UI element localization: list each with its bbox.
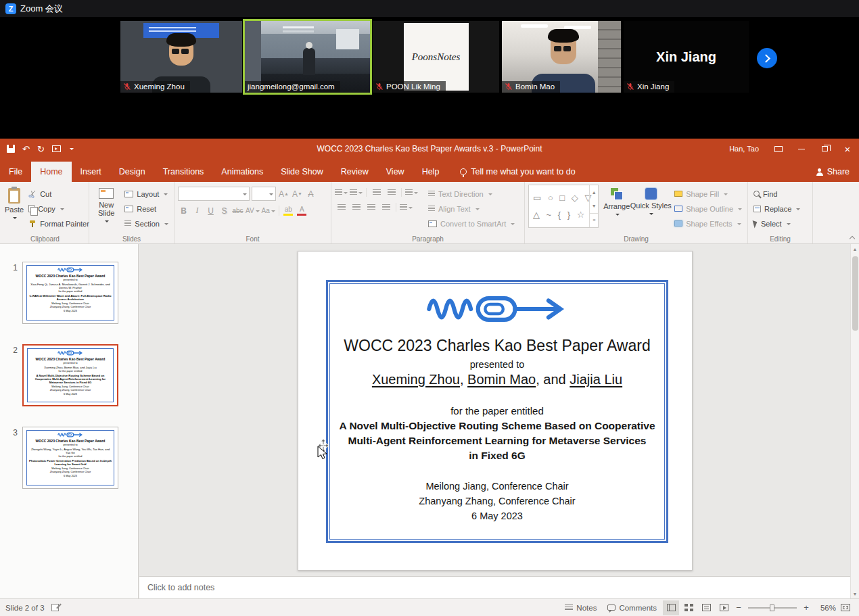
tell-me-box[interactable]: Tell me what you want to do xyxy=(460,162,575,182)
zoom-in-button[interactable]: + xyxy=(801,602,812,613)
award-date[interactable]: 6 May 2023 xyxy=(471,509,523,524)
qat-customize-icon[interactable] xyxy=(70,148,74,152)
shape-effects-button[interactable]: Shape Effects xyxy=(672,216,744,231)
scroll-up-icon[interactable]: ▲ xyxy=(853,244,858,254)
tab-design[interactable]: Design xyxy=(110,162,154,182)
conference-chair-2[interactable]: Zhanyang Zhang, Conference Chair xyxy=(419,494,575,509)
zoom-percentage[interactable]: 56% xyxy=(813,604,836,612)
tab-view[interactable]: View xyxy=(377,162,413,182)
copy-button[interactable]: Copy xyxy=(26,202,91,216)
slide-thumbnail-3[interactable]: 3 WOCC 2023 Charles Kao Best Paper Award… xyxy=(7,427,138,489)
columns-button[interactable] xyxy=(400,202,413,213)
tab-home[interactable]: Home xyxy=(31,162,71,182)
participant-tile-bomin-mao[interactable]: Bomin Mao xyxy=(502,21,621,93)
collapse-ribbon-button[interactable] xyxy=(850,235,855,241)
select-button[interactable]: Select xyxy=(751,216,802,231)
gallery-more-icon[interactable]: ≡ xyxy=(590,213,598,227)
save-icon[interactable] xyxy=(7,145,15,153)
conference-chair-1[interactable]: Meilong Jiang, Conference Chair xyxy=(425,479,568,494)
slide-sorter-view-button[interactable] xyxy=(680,600,697,615)
presented-to-text[interactable]: presented to xyxy=(470,359,525,370)
tab-transitions[interactable]: Transitions xyxy=(154,162,213,182)
character-spacing-button[interactable]: AV xyxy=(246,204,260,217)
justify-button[interactable] xyxy=(379,202,392,213)
new-slide-button[interactable]: New Slide xyxy=(93,185,120,234)
paste-button[interactable]: Paste xyxy=(5,185,24,234)
participant-tile-xin-jiang[interactable]: Xin Jiang Xin Jiang xyxy=(624,21,749,93)
change-case-button[interactable]: Aa xyxy=(262,204,275,217)
italic-button[interactable]: I xyxy=(191,204,203,217)
font-color-button[interactable]: A xyxy=(296,204,308,217)
shrink-font-button[interactable]: A▼ xyxy=(292,187,303,200)
vertical-scrollbar[interactable]: ▲ ▼ xyxy=(850,244,859,598)
participant-tile-xueming-zhou[interactable]: Xueming Zhou xyxy=(120,21,242,93)
strikethrough-button[interactable]: abc xyxy=(232,204,243,217)
section-button[interactable]: Section xyxy=(122,216,170,231)
reading-view-button[interactable] xyxy=(698,600,714,615)
slide-thumbnail-card[interactable]: WOCC 2023 Charles Kao Best Paper Award p… xyxy=(22,344,118,406)
slide-authors[interactable]: Xueming Zhou, Bomin Mao, and Jiajia Liu xyxy=(372,372,622,387)
underline-button[interactable]: U xyxy=(205,204,216,217)
format-painter-button[interactable]: Format Painter xyxy=(26,216,91,231)
highlight-color-button[interactable]: ab xyxy=(283,204,294,217)
text-direction-button[interactable]: Text Direction xyxy=(426,187,517,201)
decrease-indent-button[interactable] xyxy=(370,187,383,198)
paper-title[interactable]: A Novel Multi-Objective Routing Scheme B… xyxy=(339,419,655,463)
zoom-slider-thumb[interactable] xyxy=(770,605,774,611)
gallery-scroll[interactable]: ▲ ▼ ≡ xyxy=(589,185,598,227)
increase-indent-button[interactable] xyxy=(385,187,398,198)
numbering-button[interactable] xyxy=(350,187,363,198)
clear-formatting-button[interactable]: A xyxy=(305,187,317,200)
text-shadow-button[interactable]: S xyxy=(218,204,230,217)
share-button[interactable]: Share xyxy=(816,162,850,182)
quick-styles-button[interactable]: Quick Styles xyxy=(634,185,667,234)
tab-slide-show[interactable]: Slide Show xyxy=(272,162,332,182)
gallery-scroll-up-icon[interactable]: ▲ xyxy=(590,185,598,199)
tab-animations[interactable]: Animations xyxy=(212,162,272,182)
zoom-out-button[interactable]: − xyxy=(733,602,744,613)
slide-canvas[interactable]: WOCC 2023 Charles Kao Best Paper Award p… xyxy=(139,244,850,576)
signed-in-user[interactable]: Han, Tao xyxy=(729,145,759,153)
start-slideshow-icon[interactable] xyxy=(52,145,61,152)
tab-review[interactable]: Review xyxy=(332,162,377,182)
participant-tile-poon-lik-ming[interactable]: PoonsNotes POON Lik Ming xyxy=(373,21,499,93)
close-button[interactable]: × xyxy=(836,139,859,159)
fit-slide-button[interactable] xyxy=(837,600,854,615)
shape-fill-button[interactable]: Shape Fill xyxy=(672,187,744,201)
tab-insert[interactable]: Insert xyxy=(72,162,110,182)
slide-thumbnail-1[interactable]: 1 WOCC 2023 Charles Kao Best Paper Award… xyxy=(7,262,138,324)
bold-button[interactable]: B xyxy=(178,204,189,217)
participant-tile-jiangmeilong[interactable]: jiangmeilong@gmail.com xyxy=(245,21,370,93)
tab-help[interactable]: Help xyxy=(413,162,448,182)
layout-button[interactable]: Layout xyxy=(122,187,170,201)
reset-button[interactable]: Reset xyxy=(122,202,170,216)
cut-button[interactable]: Cut xyxy=(26,187,91,201)
normal-view-button[interactable] xyxy=(663,600,679,615)
undo-icon[interactable]: ↶ xyxy=(22,144,30,154)
next-participants-button[interactable] xyxy=(757,48,777,68)
maximize-button[interactable] xyxy=(813,139,836,159)
paper-entitled-text[interactable]: for the paper entitled xyxy=(450,405,544,417)
minimize-button[interactable] xyxy=(790,139,813,159)
notes-pane[interactable]: Click to add notes xyxy=(139,576,850,598)
notes-edit-icon[interactable] xyxy=(51,604,59,611)
align-right-button[interactable] xyxy=(365,202,377,213)
bullets-button[interactable] xyxy=(335,187,348,198)
ribbon-display-options-button[interactable] xyxy=(767,139,790,159)
slide-editor[interactable]: WOCC 2023 Charles Kao Best Paper Award p… xyxy=(298,251,693,571)
slide-thumbnail-card[interactable]: WOCC 2023 Charles Kao Best Paper Award p… xyxy=(22,262,118,324)
align-text-button[interactable]: Align Text xyxy=(426,202,517,216)
replace-button[interactable]: Replace xyxy=(751,202,802,216)
slide-title[interactable]: WOCC 2023 Charles Kao Best Paper Award xyxy=(344,337,650,355)
line-spacing-button[interactable] xyxy=(405,187,418,198)
scrollbar-thumb[interactable] xyxy=(852,256,858,331)
find-button[interactable]: Find xyxy=(751,187,802,201)
scroll-down-icon[interactable]: ▼ xyxy=(853,589,858,598)
align-left-button[interactable] xyxy=(335,202,348,213)
notes-toggle-button[interactable]: Notes xyxy=(560,599,601,616)
slideshow-view-button[interactable] xyxy=(716,600,732,615)
comments-toggle-button[interactable]: Comments xyxy=(603,599,661,616)
arrange-button[interactable]: Arrange xyxy=(601,185,632,234)
align-center-button[interactable] xyxy=(350,202,363,213)
grow-font-button[interactable]: A▲ xyxy=(278,187,289,200)
